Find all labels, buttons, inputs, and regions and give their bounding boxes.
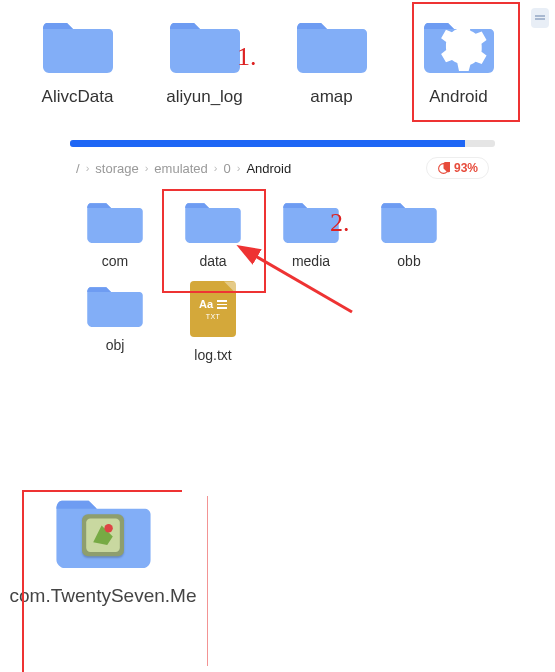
- storage-progress: [70, 140, 495, 147]
- folder-label: aliyun_log: [166, 87, 243, 107]
- bottom-folder: com.TwentySeven.Me: [28, 490, 178, 609]
- top-folder-grid: AlivcData aliyun_log amap Android: [0, 0, 555, 122]
- app-icon: [82, 514, 124, 556]
- folder-icon: [185, 197, 241, 243]
- folder-icon: [43, 15, 113, 73]
- folder-data[interactable]: data: [168, 193, 258, 273]
- folder-label: com.TwentySeven.Me: [10, 584, 197, 609]
- folder-amap[interactable]: amap: [274, 10, 389, 112]
- chevron-right-icon: ›: [145, 162, 149, 174]
- folder-aliyun-log[interactable]: aliyun_log: [147, 10, 262, 112]
- folder-label: obb: [397, 253, 420, 269]
- folder-android[interactable]: Android: [401, 10, 516, 112]
- pie-icon: [437, 162, 450, 175]
- folder-label: obj: [106, 337, 125, 353]
- folder-label: AlivcData: [42, 87, 114, 107]
- folder-label: data: [199, 253, 226, 269]
- folder-icon: [381, 197, 437, 243]
- subfolder-grid: com data media obb obj: [70, 189, 495, 379]
- storage-badge[interactable]: 93%: [426, 157, 489, 179]
- divider-line: [207, 496, 208, 666]
- folder-icon: [170, 15, 240, 73]
- crumb-0[interactable]: 0: [224, 161, 231, 176]
- folder-label: com: [102, 253, 128, 269]
- folder-obb[interactable]: obb: [364, 193, 454, 273]
- folder-icon: [283, 197, 339, 243]
- folder-icon: [297, 15, 367, 73]
- chevron-right-icon: ›: [214, 162, 218, 174]
- txt-file-icon: Aa TXT: [190, 281, 236, 337]
- folder-icon: [87, 281, 143, 327]
- chevron-right-icon: ›: [237, 162, 241, 174]
- crumb-emulated[interactable]: emulated: [154, 161, 207, 176]
- crumb-android[interactable]: Android: [246, 161, 291, 176]
- svg-point-3: [104, 524, 112, 532]
- storage-pct: 93%: [454, 161, 478, 175]
- gear-icon: [424, 18, 494, 76]
- scroll-thumb[interactable]: [531, 8, 549, 28]
- folder-media[interactable]: media: [266, 193, 356, 273]
- folder-label: amap: [310, 87, 353, 107]
- folder-com[interactable]: com: [70, 193, 160, 273]
- file-log-txt[interactable]: Aa TXT log.txt: [168, 277, 258, 367]
- folder-label: Android: [429, 87, 488, 107]
- folder-icon: [87, 197, 143, 243]
- crumb-storage[interactable]: storage: [95, 161, 138, 176]
- folder-obj[interactable]: obj: [70, 277, 160, 367]
- android-contents: / › storage › emulated › 0 › Android 93%…: [70, 140, 495, 379]
- breadcrumb: / › storage › emulated › 0 › Android 93%: [70, 147, 495, 189]
- folder-alivcdata[interactable]: AlivcData: [20, 10, 135, 112]
- file-label: log.txt: [194, 347, 231, 363]
- folder-icon: [56, 490, 151, 568]
- folder-icon: [424, 15, 494, 73]
- folder-label: media: [292, 253, 330, 269]
- folder-com-twentyseven-me[interactable]: com.TwentySeven.Me: [28, 490, 178, 609]
- crumb-root[interactable]: /: [76, 161, 80, 176]
- chevron-right-icon: ›: [86, 162, 90, 174]
